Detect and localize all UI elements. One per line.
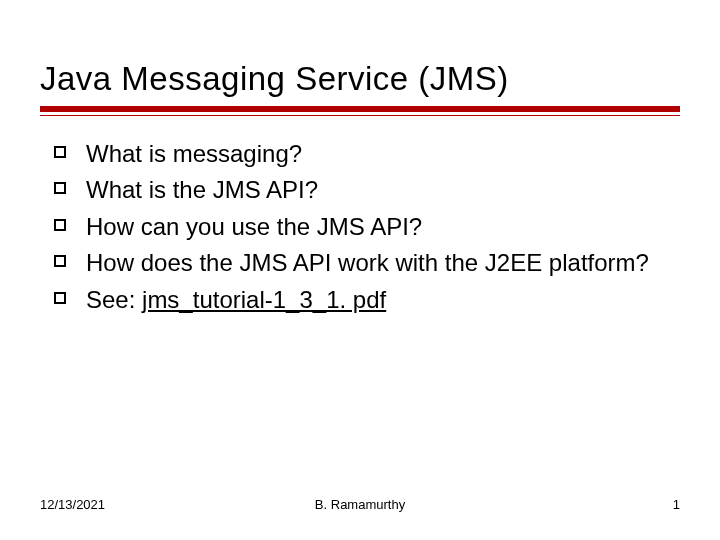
see-prefix: See:: [86, 286, 142, 313]
title-rule-thick: [40, 106, 680, 112]
list-item: What is the JMS API?: [54, 174, 680, 206]
list-item-text: What is the JMS API?: [86, 174, 318, 206]
footer-date: 12/13/2021: [40, 497, 105, 512]
square-bullet-icon: [54, 292, 66, 304]
square-bullet-icon: [54, 219, 66, 231]
list-item: What is messaging?: [54, 138, 680, 170]
footer: 12/13/2021 B. Ramamurthy 1: [40, 497, 680, 512]
list-item-text: How does the JMS API work with the J2EE …: [86, 247, 649, 279]
bullet-list: What is messaging? What is the JMS API? …: [40, 138, 680, 316]
footer-author: B. Ramamurthy: [40, 497, 680, 512]
list-item-text: How can you use the JMS API?: [86, 211, 422, 243]
title-rule-thin: [40, 115, 680, 116]
square-bullet-icon: [54, 146, 66, 158]
list-item-text: What is messaging?: [86, 138, 302, 170]
footer-page: 1: [673, 497, 680, 512]
list-item: See: jms_tutorial-1_3_1. pdf: [54, 284, 680, 316]
square-bullet-icon: [54, 255, 66, 267]
pdf-link[interactable]: jms_tutorial-1_3_1. pdf: [142, 286, 386, 313]
slide: Java Messaging Service (JMS) What is mes…: [0, 0, 720, 540]
list-item: How can you use the JMS API?: [54, 211, 680, 243]
square-bullet-icon: [54, 182, 66, 194]
slide-title: Java Messaging Service (JMS): [40, 60, 680, 98]
list-item-text: See: jms_tutorial-1_3_1. pdf: [86, 284, 386, 316]
list-item: How does the JMS API work with the J2EE …: [54, 247, 680, 279]
